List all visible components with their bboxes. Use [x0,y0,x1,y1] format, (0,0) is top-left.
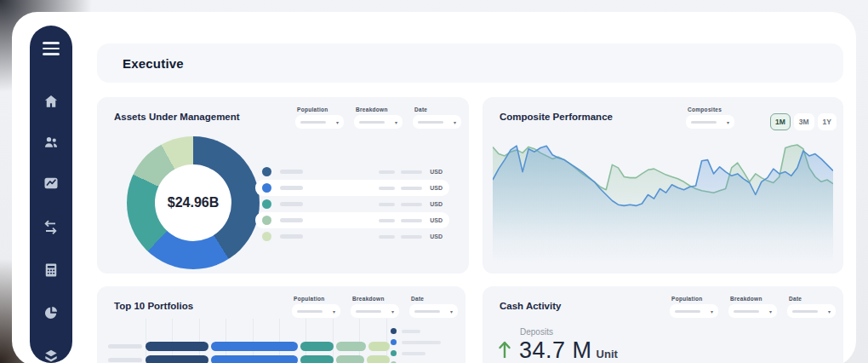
bar-segment [211,342,298,351]
aum-legend-row[interactable]: USD [255,164,449,180]
composite-performance-chart[interactable] [493,135,833,263]
card-title: Composite Performance [500,112,613,122]
filter-date: Date▾ [787,296,836,318]
deposits-value: 34.7 M [519,337,592,363]
filter-label: Date [787,296,836,302]
filter-label: Breakdown [728,296,777,302]
card-title: Cash Activity [500,301,561,311]
bar-segment [336,342,367,351]
legend-label-placeholder [402,352,425,355]
legend-label-placeholder [402,341,441,344]
deposits-unit: Unit [597,348,618,360]
chevron-down-icon: ▾ [454,119,456,125]
range-buttons: 1M3M1Y [770,113,837,130]
date-select[interactable]: ▾ [413,115,461,129]
composites-label: Composites [686,107,734,112]
bar-segment [368,342,390,351]
chevron-down-icon: ▾ [828,308,831,314]
select-placeholder [675,310,700,313]
performance-icon[interactable] [42,174,60,193]
card-top-10-portfolios: Top 10 Portfolios Population▾Breakdown▾D… [97,286,465,363]
aum-donut-chart[interactable]: $24.96B [127,136,260,269]
legend-label-placeholder [280,234,303,239]
allocation-pie-icon[interactable] [42,303,60,322]
legend-label-placeholder [280,170,303,174]
aum-legend-row[interactable]: USD [255,228,449,245]
select-placeholder [792,310,818,313]
card-title: Assets Under Management [114,112,240,122]
filter-breakdown: Breakdown▾ [728,296,777,318]
home-icon[interactable] [42,92,60,111]
legend-label-placeholder [280,218,303,222]
date-select[interactable]: ▾ [787,304,836,318]
chevron-down-icon: ▾ [711,308,713,314]
value-placeholder [379,187,395,190]
aum-total-value: $24.96B [168,195,220,210]
transactions-icon[interactable] [42,218,60,237]
population-select[interactable]: ▾ [292,304,340,318]
value-placeholder [401,170,422,174]
range-button-1y[interactable]: 1Y [818,113,837,130]
chevron-down-icon: ▾ [769,308,772,314]
legend-label-placeholder [280,202,303,206]
breakdown-select[interactable]: ▾ [351,304,399,318]
select-placeholder [691,121,717,124]
select-placeholder [356,310,381,313]
bar-segment [146,355,208,363]
deposits-value-row: 34.7 M Unit [519,337,618,363]
currency-label: USD [427,233,443,239]
select-placeholder [414,310,440,313]
legend-dot [262,167,271,176]
row-label-placeholder [108,358,142,362]
portfolio-bar-row[interactable] [146,355,390,363]
breakdown-select[interactable]: ▾ [728,304,777,318]
legend-item [391,339,454,345]
composites-select[interactable]: ▾ [686,115,734,129]
filter-population: Population▾ [670,296,718,318]
select-placeholder [359,121,385,124]
legend-dot [391,339,397,345]
portfolios-filters: Population▾Breakdown▾Date▾ [292,296,458,318]
card-assets-under-management: Assets Under Management Population▾Break… [97,97,469,274]
page-title: Executive [123,56,184,71]
filter-label: Population [292,296,340,302]
aum-filters: Population▾Breakdown▾Date▾ [295,107,461,129]
aum-legend-row[interactable]: USD [255,212,449,228]
legend-dot [262,232,271,241]
filter-label: Population [670,296,718,302]
population-select[interactable]: ▾ [670,304,718,318]
holdings-layers-icon[interactable] [42,346,60,363]
value-placeholder [379,203,395,206]
filter-date: Date▾ [409,296,458,318]
select-placeholder [418,121,443,124]
chevron-down-icon: ▾ [727,119,729,125]
chevron-down-icon: ▾ [336,119,339,125]
calculator-icon[interactable] [42,261,60,279]
filter-label: Breakdown [351,296,399,302]
value-placeholder [379,219,395,222]
breakdown-select[interactable]: ▾ [354,115,403,129]
cash-filters: Population▾Breakdown▾Date▾ [670,296,836,318]
range-button-3m[interactable]: 3M [794,113,814,130]
value-placeholder [379,235,395,239]
trend-up-arrow-icon [498,341,511,360]
clients-icon[interactable] [42,133,60,152]
population-select[interactable]: ▾ [295,115,344,129]
legend-label-placeholder [402,330,420,333]
filter-label: Date [409,296,458,302]
chevron-down-icon: ▾ [450,308,453,314]
chevron-down-icon: ▾ [333,308,335,314]
bar-segment [300,355,334,363]
date-select[interactable]: ▾ [409,304,458,318]
aum-legend-row[interactable]: USD [255,180,449,196]
filter-population: Population▾ [295,107,344,129]
aum-legend-row[interactable]: USD [255,196,449,212]
legend-label-placeholder [280,186,303,190]
menu-icon[interactable] [42,39,60,58]
range-button-1m[interactable]: 1M [770,113,791,130]
portfolio-bar-row[interactable] [146,342,390,351]
card-composite-performance: Composite Performance Composites ▾ 1M3M1… [483,97,843,274]
chevron-down-icon: ▾ [391,308,394,314]
filter-breakdown: Breakdown▾ [354,107,403,129]
legend-dot [391,328,397,334]
